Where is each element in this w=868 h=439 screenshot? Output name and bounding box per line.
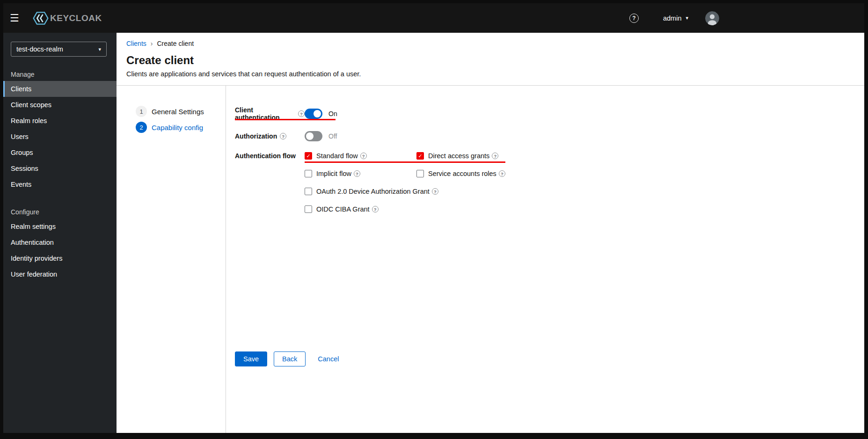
window-frame: ☰ KEYCLOAK ? admin ▾	[0, 0, 868, 439]
checkbox-label: Standard flow	[316, 152, 358, 160]
nav-section-title: Manage	[3, 71, 117, 78]
check-icon: ✓	[418, 154, 422, 159]
main-content: Clients › Create client Create client Cl…	[117, 33, 864, 433]
help-icon[interactable]: ?	[354, 170, 360, 177]
checkbox-label: Service accounts roles	[428, 170, 496, 177]
checkbox-oidc-ciba-grant[interactable]: ✓ OIDC CIBA Grant ?	[305, 205, 505, 213]
breadcrumb: Clients › Create client	[126, 40, 853, 48]
checkbox-oauth-device-authorization-grant[interactable]: ✓ OAuth 2.0 Device Authorization Grant ?	[305, 188, 505, 195]
sidebar-item-client-scopes[interactable]: Client scopes	[3, 97, 117, 113]
toggle-knob	[314, 110, 321, 117]
avatar-icon	[705, 11, 719, 25]
keycloak-admin-console: ☰ KEYCLOAK ? admin ▾	[3, 3, 864, 433]
sidebar-item-realm-settings[interactable]: Realm settings	[3, 219, 117, 234]
wizard-step-capability-config[interactable]: 2 Capability config	[136, 122, 226, 133]
help-icon[interactable]: ?	[432, 188, 438, 195]
checkbox-box: ✓	[305, 205, 312, 213]
checkbox-box: ✓	[416, 152, 424, 160]
checkbox-service-accounts-roles[interactable]: ✓ Service accounts roles ?	[416, 170, 505, 177]
checkbox-box: ✓	[416, 170, 424, 177]
help-icon[interactable]: ?	[372, 206, 379, 212]
step-number: 2	[136, 122, 147, 133]
page-header: Clients › Create client Create client Cl…	[117, 33, 864, 78]
masthead: ☰ KEYCLOAK ? admin ▾	[3, 3, 864, 33]
sidebar-item-authentication[interactable]: Authentication	[3, 234, 117, 250]
sidebar: test-docs-realm ▾ Manage Clients Client …	[3, 33, 117, 433]
cancel-button[interactable]: Cancel	[312, 352, 344, 366]
help-icon[interactable]: ?	[499, 170, 505, 177]
layout: test-docs-realm ▾ Manage Clients Client …	[3, 33, 864, 433]
field-label: Authentication flow	[235, 152, 296, 160]
annotation-underline	[235, 119, 336, 120]
wizard-nav: 1 General Settings 2 Capability config	[117, 86, 226, 433]
sidebar-item-groups[interactable]: Groups	[3, 145, 117, 161]
create-client-wizard: 1 General Settings 2 Capability config C	[117, 86, 864, 433]
toggle-state-label: Off	[328, 132, 337, 140]
client-authentication-toggle[interactable]	[305, 109, 322, 119]
manage-nav: Clients Client scopes Realm roles Users …	[3, 81, 117, 192]
masthead-right: ? admin ▾	[629, 11, 719, 25]
capability-config-form: Client authentication ? On Author	[226, 86, 864, 433]
step-label: General Settings	[152, 108, 204, 116]
breadcrumb-separator-icon: ›	[151, 40, 153, 48]
field-label-cell: Authorization ?	[235, 132, 305, 140]
field-authorization: Authorization ? Off	[235, 131, 864, 141]
help-icon[interactable]: ?	[492, 153, 498, 159]
wizard-footer: Save Back Cancel	[235, 351, 344, 366]
page-title: Create client	[126, 53, 853, 67]
realm-name: test-docs-realm	[16, 45, 63, 53]
sidebar-item-users[interactable]: Users	[3, 129, 117, 145]
sidebar-item-realm-roles[interactable]: Realm roles	[3, 113, 117, 129]
check-icon: ✓	[306, 154, 310, 159]
field-control-cell: On	[305, 109, 337, 119]
field-label-cell: Authentication flow	[235, 152, 305, 160]
page-description: Clients are applications and services th…	[126, 70, 853, 78]
sidebar-item-clients[interactable]: Clients	[3, 81, 117, 97]
sidebar-item-identity-providers[interactable]: Identity providers	[3, 250, 117, 266]
checkbox-box: ✓	[305, 188, 312, 195]
checkbox-direct-access-grants[interactable]: ✓ Direct access grants ?	[416, 152, 505, 160]
hamburger-menu-icon[interactable]: ☰	[10, 12, 25, 24]
help-icon[interactable]: ?	[629, 14, 639, 23]
user-dropdown[interactable]: admin ▾	[663, 15, 688, 22]
toggle-state-label: On	[328, 110, 337, 117]
caret-down-icon: ▾	[686, 15, 688, 21]
authorization-toggle[interactable]	[305, 131, 322, 141]
nav-section-configure: Configure Realm settings Authentication …	[3, 208, 117, 282]
field-authentication-flow: Authentication flow ✓ Standard flow ? ✓	[235, 152, 864, 213]
help-icon[interactable]: ?	[280, 133, 286, 139]
authentication-flow-options: ✓ Standard flow ? ✓ Direct access grants…	[305, 152, 505, 213]
checkbox-label: Implicit flow	[316, 170, 351, 177]
avatar[interactable]	[705, 11, 719, 25]
field-label: Authorization	[235, 132, 277, 140]
save-button[interactable]: Save	[235, 351, 267, 366]
back-button[interactable]: Back	[274, 351, 306, 366]
caret-down-icon: ▾	[98, 46, 101, 52]
help-icon[interactable]: ?	[360, 153, 367, 159]
checkbox-label: OIDC CIBA Grant	[316, 205, 370, 213]
configure-nav: Realm settings Authentication Identity p…	[3, 219, 117, 282]
realm-selector[interactable]: test-docs-realm ▾	[11, 42, 107, 57]
checkbox-box: ✓	[305, 152, 312, 160]
checkbox-box: ✓	[305, 170, 312, 177]
sidebar-item-user-federation[interactable]: User federation	[3, 266, 117, 282]
breadcrumb-current: Create client	[157, 40, 194, 48]
toggle-knob	[306, 132, 314, 140]
wizard-step-general-settings[interactable]: 1 General Settings	[136, 106, 226, 117]
logo-wordmark: KEYCLOAK	[50, 13, 102, 23]
sidebar-item-sessions[interactable]: Sessions	[3, 161, 117, 176]
sidebar-item-events[interactable]: Events	[3, 176, 117, 192]
keycloak-logo-icon	[32, 10, 49, 27]
keycloak-logo[interactable]: KEYCLOAK	[32, 10, 102, 27]
checkbox-standard-flow[interactable]: ✓ Standard flow ?	[305, 152, 416, 160]
nav-section-manage: Manage Clients Client scopes Realm roles…	[3, 71, 117, 192]
checkbox-label: Direct access grants	[428, 152, 489, 160]
nav-section-title: Configure	[3, 208, 117, 216]
help-icon[interactable]: ?	[298, 110, 305, 117]
step-label: Capability config	[152, 124, 203, 132]
breadcrumb-clients-link[interactable]: Clients	[126, 40, 146, 48]
user-name: admin	[663, 15, 682, 22]
checkbox-implicit-flow[interactable]: ✓ Implicit flow ?	[305, 170, 416, 177]
checkbox-label: OAuth 2.0 Device Authorization Grant	[316, 188, 430, 195]
field-control-cell: Off	[305, 131, 337, 141]
